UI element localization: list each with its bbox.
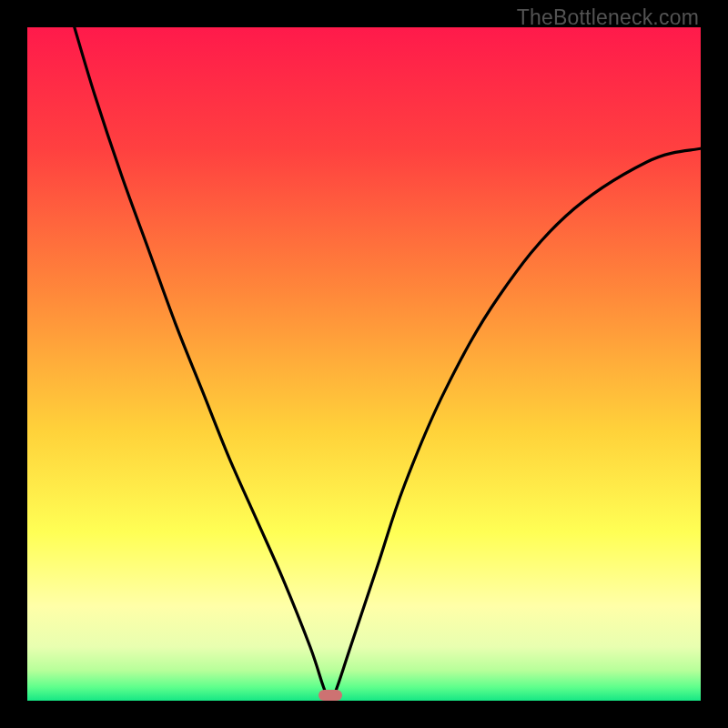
curve-layer xyxy=(27,27,701,701)
watermark-text: TheBottleneck.com xyxy=(517,5,699,30)
plot-area xyxy=(27,27,701,701)
bottleneck-curve xyxy=(75,27,701,701)
minimum-marker xyxy=(318,690,342,701)
chart-frame: TheBottleneck.com xyxy=(0,0,728,728)
